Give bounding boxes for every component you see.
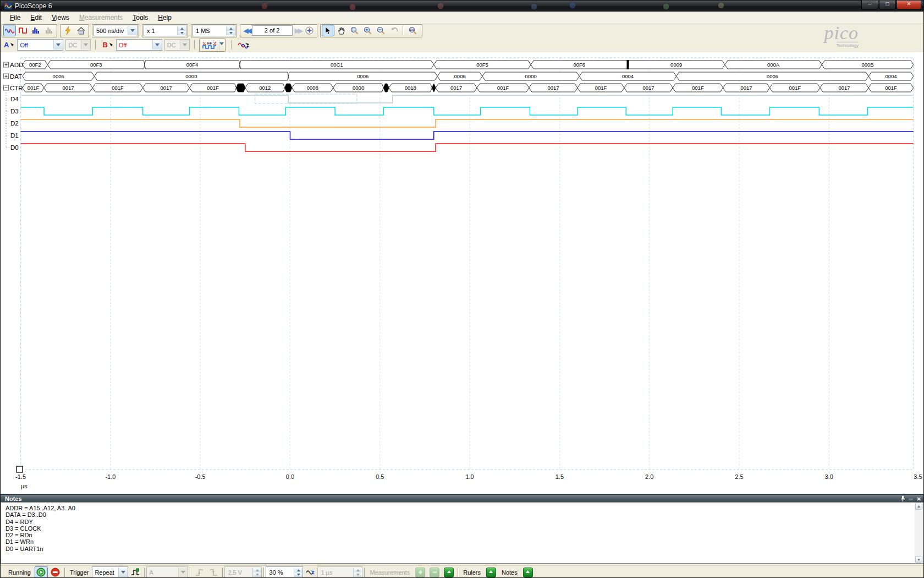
digital-channel-label: D4 (10, 96, 19, 102)
trigger-mode-select[interactable]: Repeat (92, 566, 128, 578)
menu-help[interactable]: Help (153, 12, 177, 23)
spin-down-icon[interactable] (227, 31, 235, 35)
timebase-select[interactable]: 500 ns/div (94, 25, 138, 36)
bus-value: 00F6 (573, 62, 585, 68)
close-button[interactable]: ✕ (897, 1, 921, 9)
pin-icon[interactable] (900, 495, 905, 501)
cursor-arrow-icon (325, 27, 331, 35)
start-capture-button[interactable] (35, 566, 48, 578)
advanced-trigger-button[interactable] (129, 566, 142, 578)
scroll-up-icon[interactable]: ▲ (915, 503, 922, 510)
notes-text-area[interactable]: ADDR = A15..A12, A3..A0 DATA = D3..D0 D4… (1, 502, 924, 564)
hand-pan-tool-button[interactable] (335, 25, 348, 36)
measurement-grid-toggle-button[interactable] (444, 568, 454, 577)
zoom-out-tool-button[interactable] (375, 25, 387, 36)
normal-select-tool-button[interactable] (322, 25, 334, 36)
note-line: D1 = WRn (1, 538, 924, 545)
scroll-down-icon[interactable]: ▼ (915, 556, 922, 563)
menu-edit[interactable]: Edit (25, 12, 47, 23)
spin-up-icon[interactable] (294, 568, 302, 572)
notes-scrollbar[interactable]: ▲ ▼ (915, 503, 923, 563)
bus-value: 0006 (454, 73, 466, 79)
home-icon (77, 27, 85, 35)
bus-ADDR: 00F200F300F400C100F500F60009000A000BADD (4, 60, 914, 69)
zoom-100-button[interactable]: 100 (405, 25, 421, 36)
spin-up-icon[interactable] (227, 26, 235, 31)
bus-value: 00F4 (186, 62, 199, 68)
bus-value: 0004 (622, 73, 634, 79)
zoom-factor-spinner[interactable]: x 1 (144, 25, 186, 36)
chevron-down-icon[interactable] (219, 40, 224, 50)
minus-icon (432, 570, 437, 575)
bus-value: 0006 (357, 73, 369, 79)
bus-name-label: CTR (10, 85, 23, 91)
digital-trace (21, 144, 914, 151)
channel-a-range-select[interactable]: Off (17, 39, 63, 51)
spectrum-view-button[interactable] (30, 25, 42, 36)
menu-views[interactable]: Views (47, 12, 74, 23)
maximize-button[interactable]: □ (879, 1, 896, 9)
bus-value: 0017 (642, 85, 654, 91)
bus-value: 0000 (185, 73, 197, 79)
chevron-down-icon (53, 40, 63, 50)
note-line: D2 = RDn (1, 532, 924, 538)
digital-channel-label: D0 (10, 144, 19, 151)
channel-b-probe-arrow-icon (109, 43, 114, 47)
zoom-in-tool-button[interactable] (361, 25, 374, 36)
x-axis-unit-label: µs (21, 483, 28, 489)
spin-down-icon[interactable] (294, 572, 302, 577)
zoom-in-icon (364, 26, 372, 35)
falling-edge-button-disabled (207, 566, 220, 578)
sample-count-value: 1 MS (193, 28, 226, 34)
notes-toggle-button[interactable] (523, 568, 533, 577)
digital-trace (21, 95, 914, 103)
channel-a-label: A (4, 41, 9, 49)
bus-name-label: DAT (10, 73, 22, 80)
chevron-down-icon (152, 40, 162, 50)
prev-buffer-button[interactable]: ◀◀ (241, 26, 251, 35)
buffer-page-indicator[interactable]: 2 of 2 (252, 25, 293, 36)
falling-edge-icon (210, 569, 218, 576)
square-wave-view-button[interactable] (16, 25, 29, 36)
menu-file[interactable]: File (5, 12, 25, 23)
menu-tools[interactable]: Tools (128, 12, 153, 23)
pretrigger-percent-spinner[interactable]: 30 % (266, 566, 303, 578)
bus-glitch-segment (285, 84, 292, 92)
aero-glass-background (1, 1, 923, 12)
digital-channels-button[interactable]: FF (201, 39, 218, 51)
pretrigger-percent-value: 30 % (266, 569, 294, 576)
math-channels-button[interactable] (236, 39, 251, 51)
notes-label: Notes (502, 569, 518, 576)
bus-value: 0018 (405, 85, 416, 91)
waveform-view[interactable]: 00F200F300F400C100F500F60009000A000BADD0… (1, 52, 924, 494)
sample-count-spinner[interactable]: 1 MS (193, 25, 235, 36)
chevron-down-icon (128, 26, 137, 35)
minimize-button[interactable]: ─ (861, 1, 878, 9)
device-setup-button[interactable] (62, 25, 74, 36)
bus-value: 0006 (767, 73, 778, 79)
pico-logo-subtext: Technology (837, 42, 859, 48)
bus-value: 001F (885, 85, 897, 91)
persistence-view-button-disabled (43, 25, 56, 36)
axis-drag-handle[interactable] (16, 466, 23, 472)
spin-up-icon[interactable] (178, 26, 186, 31)
digital-channel-D0: D0 (6, 144, 914, 151)
arrow-up-icon (447, 570, 452, 575)
stop-capture-button[interactable] (49, 566, 62, 578)
bus-value: 0017 (161, 85, 172, 91)
digital-channel-label: D3 (10, 108, 19, 114)
home-button[interactable] (75, 25, 87, 36)
pretrigger-time-button[interactable] (304, 566, 317, 578)
channel-b-range-select[interactable]: Off (116, 39, 162, 51)
bus-value: 0017 (838, 85, 850, 91)
buffer-navigator-button[interactable] (303, 25, 316, 36)
channel-a-range-value: Off (18, 42, 53, 48)
rulers-toggle-button[interactable] (486, 568, 496, 577)
scope-view-button[interactable] (3, 25, 16, 36)
spin-down-icon[interactable] (178, 31, 186, 35)
digital-trace (21, 132, 914, 139)
bus-fast-transition (627, 60, 629, 69)
picoscope-window: PicoScope 6 ─ □ ✕ File Edit Views Measur… (0, 0, 924, 578)
zoom-100-icon: 100 (408, 26, 418, 35)
window-zoom-tool-button[interactable] (348, 25, 361, 36)
